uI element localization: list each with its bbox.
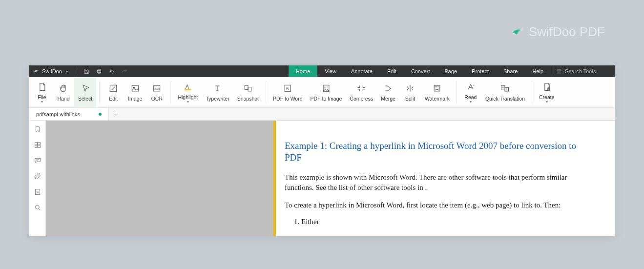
menu-annotate[interactable]: Annotate <box>344 65 380 77</box>
svg-rect-4 <box>557 72 559 73</box>
compress-icon <box>356 83 366 94</box>
workspace: W Example 1: Creating a hyperlink in Mic… <box>29 121 615 236</box>
swifdoo-logo-icon <box>33 68 39 74</box>
bookmark-icon <box>34 125 42 133</box>
watermark-button[interactable]: MARK Watermark <box>421 77 454 107</box>
canvas-gutter <box>46 121 273 236</box>
ribbon: File ▾ Hand Select Edit Image O <box>29 77 615 108</box>
svg-text:OCR: OCR <box>154 87 160 90</box>
select-button[interactable]: Select <box>74 77 96 107</box>
read-button[interactable]: » Read ▾ <box>460 77 481 107</box>
grid-icon <box>556 68 562 74</box>
merge-icon <box>383 83 393 94</box>
svg-rect-28 <box>38 145 40 148</box>
divider <box>532 81 532 103</box>
read-icon: » <box>466 82 476 92</box>
cursor-icon <box>81 83 90 94</box>
brand-watermark: SwifDoo PDF <box>510 24 605 40</box>
search-button[interactable] <box>33 203 42 212</box>
snapshot-button[interactable]: Snapshot <box>233 77 263 107</box>
hand-button[interactable]: Hand <box>53 77 74 107</box>
compress-button[interactable]: Compress <box>346 77 377 107</box>
create-button[interactable]: Create ▾ <box>535 77 559 107</box>
pdf-to-image-button[interactable]: PDF to Image <box>307 77 346 107</box>
menu-edit[interactable]: Edit <box>380 65 404 77</box>
menu-convert[interactable]: Convert <box>404 65 437 77</box>
edit-button[interactable]: Edit <box>103 77 124 107</box>
ribbon-label: OCR <box>151 96 163 102</box>
svg-rect-27 <box>35 145 37 148</box>
caret-down-icon: ▾ <box>41 101 43 103</box>
document-heading: Example 1: Creating a hyperlink in Micro… <box>285 140 595 164</box>
thumbnails-button[interactable] <box>33 140 42 150</box>
canvas-area[interactable]: Example 1: Creating a hyperlink in Micro… <box>46 121 615 236</box>
ribbon-label: Typewriter <box>206 96 229 102</box>
file-button[interactable]: File ▾ <box>31 77 53 107</box>
edit-icon <box>108 83 118 94</box>
fields-button[interactable]: W <box>33 187 42 197</box>
svg-text:MARK: MARK <box>435 86 440 88</box>
add-tab-button[interactable]: ＋ <box>109 108 124 120</box>
pdf-to-word-icon: W <box>283 83 292 94</box>
watermark-icon: MARK <box>432 83 442 94</box>
ribbon-label: Quick Translation <box>485 96 525 102</box>
svg-point-8 <box>133 87 135 88</box>
comment-icon <box>34 157 42 165</box>
pdf-to-word-button[interactable]: W PDF to Word <box>269 77 307 107</box>
snapshot-icon <box>243 83 253 94</box>
attachments-button[interactable] <box>33 171 42 181</box>
svg-rect-12 <box>248 87 251 91</box>
split-button[interactable]: Split <box>399 77 421 107</box>
ocr-icon: OCR <box>152 83 162 94</box>
svg-text:A: A <box>502 86 504 89</box>
svg-rect-26 <box>38 143 40 145</box>
ocr-button[interactable]: OCR OCR <box>146 77 167 107</box>
quick-translation-button[interactable]: A文 Quick Translation <box>481 77 529 107</box>
ribbon-group-convert: W PDF to Word PDF to Image Compress Merg… <box>269 77 454 107</box>
app-window: SwifDoo ▾ Home View Annotate Edit Conver… <box>29 65 615 236</box>
titlebar-app[interactable]: SwifDoo ▾ <box>29 65 72 77</box>
ribbon-group-basic: File ▾ Hand Select <box>31 77 96 107</box>
redo-button[interactable] <box>118 65 131 77</box>
document-list-item: Either <box>301 218 595 226</box>
svg-text:文: 文 <box>506 88 508 91</box>
document-paragraph: To create a hyperlink in Microsoft Word,… <box>285 200 595 211</box>
save-button[interactable] <box>80 65 93 77</box>
menu-help[interactable]: Help <box>525 65 551 77</box>
svg-rect-3 <box>560 69 561 71</box>
typewriter-button[interactable]: Typewriter <box>202 77 233 107</box>
undo-button[interactable] <box>105 65 118 77</box>
divider <box>99 81 100 103</box>
ribbon-label: Snapshot <box>237 96 259 102</box>
caret-down-icon: ▾ <box>187 101 189 103</box>
quick-access-toolbar <box>76 65 131 77</box>
document-tab[interactable]: pdfsampl-withlinks <box>29 108 109 120</box>
merge-button[interactable]: Merge <box>377 77 399 107</box>
bookmarks-button[interactable] <box>33 124 42 134</box>
image-button[interactable]: Image <box>124 77 146 107</box>
hand-icon <box>59 83 68 94</box>
menu-home[interactable]: Home <box>289 65 317 77</box>
highlight-button[interactable]: Highlight ▾ <box>174 77 202 107</box>
menu-page[interactable]: Page <box>437 65 464 77</box>
app-name: SwifDoo <box>42 68 62 74</box>
caret-down-icon: ▾ <box>66 69 68 74</box>
ribbon-group-edit: Edit Image OCR OCR <box>103 77 167 107</box>
search-tools-input[interactable] <box>565 68 609 74</box>
svg-rect-25 <box>35 143 37 145</box>
comments-button[interactable] <box>33 156 42 166</box>
print-button[interactable] <box>93 65 105 77</box>
svg-rect-2 <box>557 69 559 71</box>
ribbon-label: Image <box>128 96 142 102</box>
menu-protect[interactable]: Protect <box>464 65 496 77</box>
search-tools[interactable] <box>551 65 615 77</box>
ribbon-label: Edit <box>109 96 118 102</box>
ribbon-label: Compress <box>350 96 373 102</box>
svg-text:»: » <box>473 83 475 86</box>
divider <box>170 81 171 103</box>
menu-view[interactable]: View <box>317 65 344 77</box>
highlight-icon <box>183 82 193 92</box>
ribbon-label: PDF to Image <box>311 96 342 102</box>
search-icon <box>34 204 42 211</box>
menu-share[interactable]: Share <box>496 65 525 77</box>
